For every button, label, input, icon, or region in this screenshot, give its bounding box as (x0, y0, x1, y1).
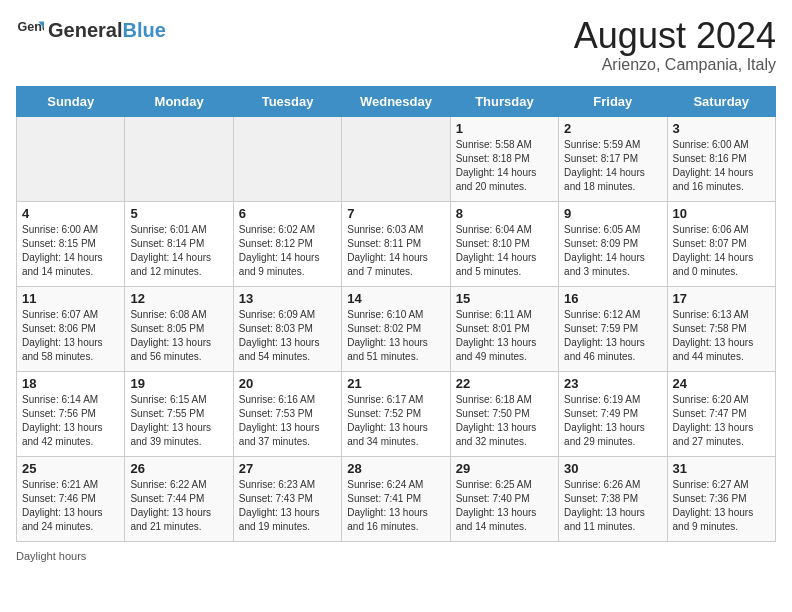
calendar-cell: 1Sunrise: 5:58 AM Sunset: 8:18 PM Daylig… (450, 116, 558, 201)
calendar-cell: 29Sunrise: 6:25 AM Sunset: 7:40 PM Dayli… (450, 456, 558, 541)
day-info: Sunrise: 6:25 AM Sunset: 7:40 PM Dayligh… (456, 478, 553, 534)
weekday-header-wednesday: Wednesday (342, 86, 450, 116)
day-number: 7 (347, 206, 444, 221)
calendar-week-4: 18Sunrise: 6:14 AM Sunset: 7:56 PM Dayli… (17, 371, 776, 456)
calendar-week-5: 25Sunrise: 6:21 AM Sunset: 7:46 PM Dayli… (17, 456, 776, 541)
day-number: 12 (130, 291, 227, 306)
calendar-cell: 15Sunrise: 6:11 AM Sunset: 8:01 PM Dayli… (450, 286, 558, 371)
calendar-cell: 27Sunrise: 6:23 AM Sunset: 7:43 PM Dayli… (233, 456, 341, 541)
weekday-header-tuesday: Tuesday (233, 86, 341, 116)
calendar-cell: 8Sunrise: 6:04 AM Sunset: 8:10 PM Daylig… (450, 201, 558, 286)
day-number: 23 (564, 376, 661, 391)
weekday-header-row: SundayMondayTuesdayWednesdayThursdayFrid… (17, 86, 776, 116)
day-info: Sunrise: 6:12 AM Sunset: 7:59 PM Dayligh… (564, 308, 661, 364)
day-number: 4 (22, 206, 119, 221)
calendar-cell: 2Sunrise: 5:59 AM Sunset: 8:17 PM Daylig… (559, 116, 667, 201)
day-info: Sunrise: 6:22 AM Sunset: 7:44 PM Dayligh… (130, 478, 227, 534)
footer: Daylight hours (16, 550, 776, 562)
day-number: 15 (456, 291, 553, 306)
day-number: 5 (130, 206, 227, 221)
day-info: Sunrise: 6:11 AM Sunset: 8:01 PM Dayligh… (456, 308, 553, 364)
day-info: Sunrise: 6:26 AM Sunset: 7:38 PM Dayligh… (564, 478, 661, 534)
calendar-week-2: 4Sunrise: 6:00 AM Sunset: 8:15 PM Daylig… (17, 201, 776, 286)
calendar-cell: 18Sunrise: 6:14 AM Sunset: 7:56 PM Dayli… (17, 371, 125, 456)
day-info: Sunrise: 6:19 AM Sunset: 7:49 PM Dayligh… (564, 393, 661, 449)
day-info: Sunrise: 6:16 AM Sunset: 7:53 PM Dayligh… (239, 393, 336, 449)
calendar-cell: 21Sunrise: 6:17 AM Sunset: 7:52 PM Dayli… (342, 371, 450, 456)
weekday-header-friday: Friday (559, 86, 667, 116)
day-number: 8 (456, 206, 553, 221)
day-number: 24 (673, 376, 770, 391)
calendar-cell: 23Sunrise: 6:19 AM Sunset: 7:49 PM Dayli… (559, 371, 667, 456)
location-title: Arienzo, Campania, Italy (574, 56, 776, 74)
day-info: Sunrise: 6:00 AM Sunset: 8:15 PM Dayligh… (22, 223, 119, 279)
day-number: 14 (347, 291, 444, 306)
day-info: Sunrise: 6:02 AM Sunset: 8:12 PM Dayligh… (239, 223, 336, 279)
calendar-cell: 3Sunrise: 6:00 AM Sunset: 8:16 PM Daylig… (667, 116, 775, 201)
calendar-cell: 19Sunrise: 6:15 AM Sunset: 7:55 PM Dayli… (125, 371, 233, 456)
day-info: Sunrise: 6:21 AM Sunset: 7:46 PM Dayligh… (22, 478, 119, 534)
calendar-cell (125, 116, 233, 201)
day-info: Sunrise: 6:18 AM Sunset: 7:50 PM Dayligh… (456, 393, 553, 449)
day-info: Sunrise: 6:13 AM Sunset: 7:58 PM Dayligh… (673, 308, 770, 364)
calendar-cell: 16Sunrise: 6:12 AM Sunset: 7:59 PM Dayli… (559, 286, 667, 371)
day-number: 20 (239, 376, 336, 391)
day-number: 30 (564, 461, 661, 476)
day-number: 31 (673, 461, 770, 476)
logo: General GeneralBlue (16, 16, 166, 44)
day-number: 21 (347, 376, 444, 391)
day-info: Sunrise: 6:10 AM Sunset: 8:02 PM Dayligh… (347, 308, 444, 364)
day-info: Sunrise: 6:03 AM Sunset: 8:11 PM Dayligh… (347, 223, 444, 279)
calendar-cell: 24Sunrise: 6:20 AM Sunset: 7:47 PM Dayli… (667, 371, 775, 456)
calendar-cell: 22Sunrise: 6:18 AM Sunset: 7:50 PM Dayli… (450, 371, 558, 456)
day-number: 26 (130, 461, 227, 476)
weekday-header-saturday: Saturday (667, 86, 775, 116)
day-info: Sunrise: 6:04 AM Sunset: 8:10 PM Dayligh… (456, 223, 553, 279)
logo-general-text: General (48, 19, 122, 41)
day-number: 28 (347, 461, 444, 476)
day-number: 10 (673, 206, 770, 221)
day-info: Sunrise: 5:58 AM Sunset: 8:18 PM Dayligh… (456, 138, 553, 194)
calendar-cell: 28Sunrise: 6:24 AM Sunset: 7:41 PM Dayli… (342, 456, 450, 541)
day-info: Sunrise: 5:59 AM Sunset: 8:17 PM Dayligh… (564, 138, 661, 194)
day-number: 16 (564, 291, 661, 306)
daylight-label: Daylight hours (16, 550, 86, 562)
day-info: Sunrise: 6:05 AM Sunset: 8:09 PM Dayligh… (564, 223, 661, 279)
day-number: 27 (239, 461, 336, 476)
day-number: 22 (456, 376, 553, 391)
day-number: 6 (239, 206, 336, 221)
calendar-cell: 13Sunrise: 6:09 AM Sunset: 8:03 PM Dayli… (233, 286, 341, 371)
day-info: Sunrise: 6:24 AM Sunset: 7:41 PM Dayligh… (347, 478, 444, 534)
day-number: 13 (239, 291, 336, 306)
day-info: Sunrise: 6:15 AM Sunset: 7:55 PM Dayligh… (130, 393, 227, 449)
day-number: 19 (130, 376, 227, 391)
calendar-week-3: 11Sunrise: 6:07 AM Sunset: 8:06 PM Dayli… (17, 286, 776, 371)
day-info: Sunrise: 6:01 AM Sunset: 8:14 PM Dayligh… (130, 223, 227, 279)
calendar-cell: 9Sunrise: 6:05 AM Sunset: 8:09 PM Daylig… (559, 201, 667, 286)
day-number: 17 (673, 291, 770, 306)
day-info: Sunrise: 6:14 AM Sunset: 7:56 PM Dayligh… (22, 393, 119, 449)
day-number: 11 (22, 291, 119, 306)
calendar-cell: 7Sunrise: 6:03 AM Sunset: 8:11 PM Daylig… (342, 201, 450, 286)
title-block: August 2024 Arienzo, Campania, Italy (574, 16, 776, 74)
day-info: Sunrise: 6:23 AM Sunset: 7:43 PM Dayligh… (239, 478, 336, 534)
weekday-header-monday: Monday (125, 86, 233, 116)
calendar-week-1: 1Sunrise: 5:58 AM Sunset: 8:18 PM Daylig… (17, 116, 776, 201)
calendar-cell: 6Sunrise: 6:02 AM Sunset: 8:12 PM Daylig… (233, 201, 341, 286)
calendar-table: SundayMondayTuesdayWednesdayThursdayFrid… (16, 86, 776, 542)
day-info: Sunrise: 6:06 AM Sunset: 8:07 PM Dayligh… (673, 223, 770, 279)
calendar-cell (233, 116, 341, 201)
day-info: Sunrise: 6:00 AM Sunset: 8:16 PM Dayligh… (673, 138, 770, 194)
calendar-cell: 30Sunrise: 6:26 AM Sunset: 7:38 PM Dayli… (559, 456, 667, 541)
day-info: Sunrise: 6:08 AM Sunset: 8:05 PM Dayligh… (130, 308, 227, 364)
calendar-cell: 10Sunrise: 6:06 AM Sunset: 8:07 PM Dayli… (667, 201, 775, 286)
calendar-cell: 14Sunrise: 6:10 AM Sunset: 8:02 PM Dayli… (342, 286, 450, 371)
day-info: Sunrise: 6:20 AM Sunset: 7:47 PM Dayligh… (673, 393, 770, 449)
logo-blue-text: Blue (122, 19, 165, 41)
calendar-cell: 26Sunrise: 6:22 AM Sunset: 7:44 PM Dayli… (125, 456, 233, 541)
day-number: 25 (22, 461, 119, 476)
logo-icon: General (16, 16, 44, 44)
day-number: 29 (456, 461, 553, 476)
calendar-cell: 12Sunrise: 6:08 AM Sunset: 8:05 PM Dayli… (125, 286, 233, 371)
calendar-cell: 5Sunrise: 6:01 AM Sunset: 8:14 PM Daylig… (125, 201, 233, 286)
